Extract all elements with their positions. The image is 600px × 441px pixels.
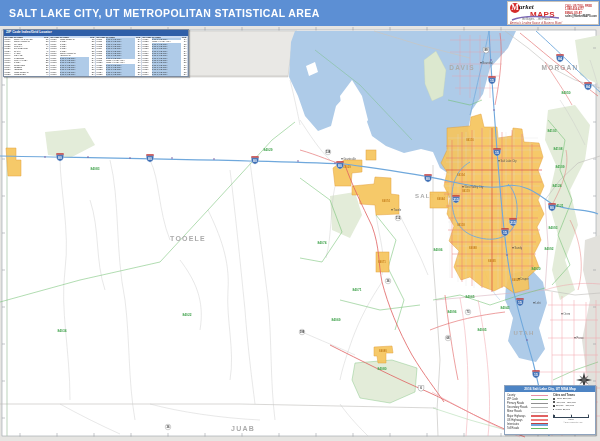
marketmaps-logo: M arket MAPS the Buyers. . .the Places. …: [507, 1, 599, 25]
city-label: Draper: [521, 277, 529, 281]
zip-index-row: 84199SALT LAKE CITYC4: [142, 75, 187, 76]
city-dot: [561, 313, 562, 314]
logo-art: M arket MAPS the Buyers. . .the Places. …: [508, 2, 564, 24]
svg-text:15: 15: [534, 373, 538, 377]
zip-label: 84109: [556, 165, 565, 169]
state-route-shield-icon: 68: [445, 335, 451, 341]
svg-text:80: 80: [338, 164, 342, 168]
svg-text:73: 73: [467, 310, 470, 314]
zip-zone-label: 84074: [382, 199, 390, 203]
svg-text:36: 36: [387, 279, 390, 283]
zip-zone-label: 84119: [462, 189, 470, 193]
zip-label: 84022: [183, 313, 192, 317]
svg-text:36: 36: [167, 425, 170, 429]
logo-subtagline: America's Leading Source of Business Map…: [510, 22, 562, 25]
legend-fineprint: ©2016 MarketMAPS: [553, 421, 593, 423]
legend-city-item: Under 25,000: [553, 408, 593, 412]
map-page: TOOELEJUABDAVISMORGANSALT LAKEUTAH: [0, 0, 600, 441]
city-label: Orem: [564, 312, 570, 316]
zip-index-groups: ZIP CodeZIP NameGrid84006BINGHAM CANYONC…: [4, 36, 188, 77]
zip-zone-label: 84116: [466, 138, 474, 142]
county-label: JUAB: [231, 425, 255, 432]
svg-text:80: 80: [148, 157, 152, 161]
city-label: Sandy: [515, 246, 523, 250]
svg-text:80: 80: [58, 156, 62, 160]
scale-unit: Miles: [553, 418, 589, 420]
zip-label: 84050: [562, 91, 571, 95]
logo-contact-line: sales@MarketMAPS.com: [565, 15, 597, 19]
scale-bar: 048 Miles: [553, 413, 589, 419]
zip-zone-label: 84080: [379, 349, 387, 353]
zip-label: 84121: [555, 204, 564, 208]
zip-label: 84029: [264, 148, 273, 152]
svg-text:15: 15: [518, 301, 522, 305]
zip-label: 84005: [478, 328, 487, 332]
city-label: Provo: [577, 336, 584, 340]
map-legend: 2016 Salt Lake City, UT MSA Map CountyZI…: [504, 385, 596, 435]
logo-tagline: the Buyers. . .the Places. . .: [522, 18, 554, 21]
svg-text:15: 15: [495, 151, 499, 155]
zip-zone-label: 84095: [488, 259, 496, 263]
zip-label: 84074: [318, 241, 327, 245]
state-route-shield-icon: 36: [165, 424, 171, 430]
city-label: West Valley City: [465, 185, 484, 189]
city-label: Tooele: [394, 208, 402, 212]
zip-zone-label: 84044: [437, 197, 445, 201]
svg-text:84: 84: [586, 85, 590, 89]
state-route-shield-icon: 138: [325, 149, 331, 155]
zip-label: 84065: [466, 295, 475, 299]
zip-label: 84069: [332, 318, 341, 322]
zip-label: 84093: [549, 226, 558, 230]
zip-label: 84020: [532, 267, 541, 271]
state-route-shield-icon: 112: [395, 215, 401, 221]
state-route-shield-icon: 73: [465, 309, 471, 315]
zip-index-row: 84109SALT LAKE CITYD5: [50, 75, 95, 76]
city-dot: [480, 62, 481, 63]
zip-label: 84034: [58, 329, 67, 333]
city-label: Grantsville: [344, 157, 357, 161]
zip-index-row: 84126SALT LAKE CITYC4: [96, 75, 141, 76]
svg-text:15: 15: [490, 79, 494, 83]
city-dot: [518, 278, 519, 279]
zip-label: 84124: [553, 184, 562, 188]
zip-label: 84096: [448, 310, 457, 314]
city-label: Bountiful: [483, 61, 494, 65]
zip-zone-label: 84118: [457, 223, 465, 227]
zip-label: 84092: [545, 247, 554, 251]
svg-text:80: 80: [426, 177, 430, 181]
zip-label: 84043: [501, 306, 510, 310]
svg-text:89: 89: [484, 48, 488, 52]
svg-text:15: 15: [503, 231, 507, 235]
city-dot: [391, 209, 392, 210]
svg-text:215: 215: [510, 221, 516, 225]
us-route-shield-icon: 6: [418, 386, 424, 392]
zip-index-row: 84084WEST JORDANC5: [4, 75, 49, 76]
logo-contact-block: CALL US TOLL FREE1.888.434.6277EMAIL US …: [564, 2, 598, 24]
city-dot: [341, 158, 342, 159]
svg-text:80: 80: [253, 159, 257, 163]
zip-zone-label: 84029: [343, 165, 351, 169]
zip-zone-label: 84104: [457, 173, 465, 177]
zip-label: 84083: [91, 167, 100, 171]
zip-label: 84006: [434, 248, 443, 252]
legend-line-item: Interstates: [507, 422, 551, 426]
zip-index-group: ZIP CodeZIP NameGrid84006BINGHAM CANYONC…: [4, 36, 50, 77]
legend-city-items: Over 250,000100,000 - 250,00025,000 - 10…: [553, 397, 593, 411]
legend-line-items: CountyZIP CodePrimary RoadsSecondary Roa…: [507, 394, 551, 431]
us-route-shield-icon: 89: [483, 48, 489, 54]
zip-index-group: ZIP CodeZIP NameGrid84127SALT LAKE CITYC…: [142, 36, 188, 77]
interstate-shield-icon: 215: [509, 218, 517, 226]
state-route-shield-icon: 199: [299, 329, 305, 335]
svg-text:199: 199: [300, 330, 305, 334]
legend-cities-column: Cities and Towns Over 250,000100,000 - 2…: [551, 394, 593, 431]
zip-index-table: ZIP Code Index/Grid Locator ZIP CodeZIP …: [3, 29, 189, 77]
svg-text:215: 215: [453, 198, 459, 202]
svg-text:112: 112: [396, 216, 401, 220]
city-label: Salt Lake City: [501, 159, 518, 163]
city-dot: [533, 302, 534, 303]
zip-zone-label: 84071: [378, 260, 386, 264]
city-dot: [574, 337, 575, 338]
state-route-shield-icon: 36: [385, 278, 391, 284]
page-title: SALT LAKE CITY, UT METROPOLITAN STATISTI…: [9, 7, 320, 19]
zip-zone-label: 84088: [469, 246, 477, 250]
